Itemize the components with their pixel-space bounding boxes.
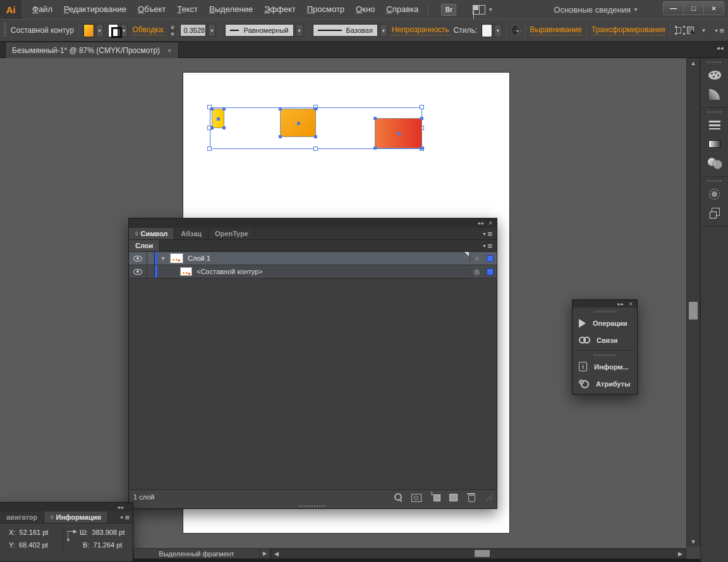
menu-view[interactable]: Просмотр xyxy=(301,0,350,19)
collapse-icon[interactable]: ◄◄ xyxy=(476,221,483,225)
menu-effect[interactable]: Эффект xyxy=(258,0,301,19)
document-info-panel-button[interactable]: i Информ... xyxy=(573,358,637,375)
document-tab[interactable]: Безымянный-1* @ 87% (CMYK/Просмотр) × xyxy=(5,42,179,58)
tab-layers[interactable]: Слои xyxy=(129,240,160,251)
layer-thumbnail[interactable] xyxy=(170,253,183,263)
menu-select[interactable]: Выделение xyxy=(203,0,258,19)
anchor-point[interactable] xyxy=(222,126,226,129)
delete-layer-icon[interactable] xyxy=(466,493,476,502)
selection-indicator[interactable] xyxy=(487,268,494,275)
gradient-panel-button[interactable] xyxy=(701,135,728,153)
menu-object[interactable]: Объект xyxy=(132,0,171,19)
menu-file[interactable]: Файл xyxy=(27,0,58,19)
menu-help[interactable]: Справка xyxy=(380,0,424,19)
visibility-cell[interactable] xyxy=(129,252,147,265)
status-menu-arrow-icon[interactable]: ▶ xyxy=(259,549,270,558)
disclosure-icon[interactable]: ▼ xyxy=(157,256,169,261)
anchor-point[interactable] xyxy=(373,146,377,150)
anchor-point[interactable] xyxy=(222,107,226,111)
recolor-artwork-icon[interactable] xyxy=(511,25,520,36)
stroke-panel-button[interactable] xyxy=(701,116,728,135)
close-icon[interactable]: × xyxy=(488,220,492,227)
style-dropdown[interactable]: ▼ xyxy=(494,24,502,37)
panel-menu-button[interactable]: ▾ ≡ xyxy=(117,511,133,523)
isolate-selection-icon[interactable] xyxy=(675,26,682,35)
layer-row[interactable]: ▼ Слой 1 ○ xyxy=(129,252,497,265)
attributes-panel-button[interactable]: Атрибуты xyxy=(573,375,637,392)
rect-medium-orange[interactable] xyxy=(280,109,316,137)
rect-small-yellow[interactable] xyxy=(212,109,224,128)
links-panel-button[interactable]: Связи xyxy=(573,332,637,349)
fill-color-swatch[interactable] xyxy=(83,24,94,37)
anchor-point[interactable] xyxy=(314,135,317,138)
width-profile-dropdown[interactable]: ▼ xyxy=(296,24,303,37)
anchor-point[interactable] xyxy=(420,146,423,150)
panel-bottom-edge[interactable] xyxy=(129,504,497,508)
maximize-button[interactable]: □ xyxy=(683,1,704,15)
scroll-right-icon[interactable]: ▶ xyxy=(678,551,682,557)
anchor-point[interactable] xyxy=(373,117,377,120)
selection-handle[interactable] xyxy=(207,146,212,151)
scroll-left-icon[interactable]: ◀ xyxy=(274,551,279,557)
anchor-point[interactable] xyxy=(279,135,282,138)
panel-menu-button[interactable]: ▾ ≡ xyxy=(478,228,497,239)
scroll-up-icon[interactable]: ▲ xyxy=(687,60,700,66)
clipping-mask-icon[interactable] xyxy=(411,493,422,502)
tab-close-icon[interactable]: × xyxy=(167,47,171,54)
color-panel-button[interactable] xyxy=(701,66,728,85)
opacity-panel-link[interactable]: Непрозрачность xyxy=(392,25,449,35)
resize-grip-icon[interactable] xyxy=(486,494,492,500)
lock-cell[interactable] xyxy=(147,265,154,278)
tab-character[interactable]: ◊ Символ xyxy=(129,228,174,239)
drag-grip[interactable] xyxy=(594,354,616,356)
menu-type[interactable]: Текст xyxy=(171,0,203,19)
menu-window[interactable]: Окно xyxy=(350,0,380,19)
pathfinder-panel-button[interactable] xyxy=(701,184,728,203)
minimize-button[interactable]: — xyxy=(663,1,684,15)
bridge-button[interactable]: Br xyxy=(441,4,456,16)
center-point[interactable] xyxy=(217,117,220,121)
drag-grip[interactable] xyxy=(707,180,722,182)
stroke-panel-link[interactable]: Обводка: xyxy=(132,25,164,35)
tab-navigator[interactable]: авигатор xyxy=(0,511,44,523)
new-sublayer-icon[interactable] xyxy=(430,493,440,502)
anchor-point[interactable] xyxy=(314,107,317,111)
control-panel-menu[interactable]: ▾ ≡ xyxy=(715,26,724,35)
chevron-down-icon[interactable]: ▼ xyxy=(633,7,638,13)
locate-object-icon[interactable] xyxy=(393,493,403,502)
selection-handle[interactable] xyxy=(313,146,318,151)
anchor-point[interactable] xyxy=(210,107,214,111)
scroll-down-icon[interactable]: ▼ xyxy=(687,539,700,545)
expand-icon[interactable]: ►► xyxy=(617,302,623,306)
layer-row[interactable]: <Составной контур> ◎ xyxy=(129,265,497,278)
anchor-point[interactable] xyxy=(279,107,282,111)
center-point[interactable] xyxy=(297,122,300,125)
select-similar-icon[interactable] xyxy=(687,27,694,34)
horizontal-scroll-thumb[interactable] xyxy=(475,550,490,557)
close-icon[interactable]: × xyxy=(629,301,633,308)
stepper-down-icon[interactable]: ▼ xyxy=(169,31,176,37)
drag-grip[interactable] xyxy=(4,23,6,38)
tab-opentype[interactable]: OpenType xyxy=(209,228,255,239)
layer-thumbnail[interactable] xyxy=(180,267,192,276)
stroke-weight-dropdown[interactable]: ▼ xyxy=(208,24,215,37)
menu-edit[interactable]: Редактирование xyxy=(58,0,132,19)
stroke-weight-stepper[interactable]: ▲ ▼ xyxy=(169,24,176,37)
rect-large-red[interactable] xyxy=(375,118,422,148)
select-similar-dropdown[interactable]: ▼ xyxy=(701,28,706,33)
actions-panel-button[interactable]: Операции xyxy=(573,314,637,332)
selection-handle[interactable] xyxy=(420,105,424,109)
target-icon[interactable]: ◎ xyxy=(470,268,483,276)
layer-name[interactable]: Слой 1 xyxy=(188,254,470,262)
drag-grip[interactable] xyxy=(707,111,722,113)
tab-paragraph[interactable]: Абзац xyxy=(174,228,209,239)
layers-list-empty-area[interactable] xyxy=(129,278,497,489)
anchor-point[interactable] xyxy=(420,117,423,120)
selection-indicator[interactable] xyxy=(487,255,494,262)
transparency-panel-button[interactable] xyxy=(701,153,728,172)
brush-dropdown[interactable]: ▼ xyxy=(380,24,387,37)
vertical-scroll-thumb[interactable] xyxy=(689,302,698,320)
stroke-color-swatch[interactable] xyxy=(108,24,119,37)
panel-menu-button[interactable]: ▾ ≡ xyxy=(478,240,497,251)
color-guide-panel-button[interactable] xyxy=(701,85,728,104)
